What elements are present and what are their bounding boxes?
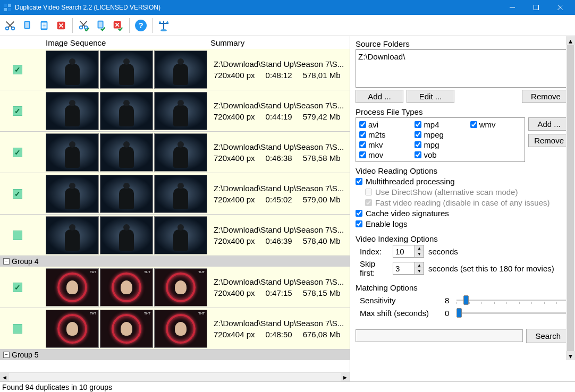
result-row[interactable]: THTTHTTHTZ:\Download\Stand Up\Season 7\S… bbox=[0, 308, 350, 350]
status-bar: Found 94 duplicates in 10 groups bbox=[0, 381, 575, 392]
scroll-up-button[interactable]: ▴ bbox=[566, 36, 575, 45]
duration: 0:48:50 bbox=[266, 329, 292, 340]
skip-down[interactable]: ▼ bbox=[415, 268, 424, 274]
file-size: 578,15 Mb bbox=[303, 287, 341, 299]
thumbnail bbox=[154, 133, 207, 172]
thumbnail: THT bbox=[100, 268, 153, 306]
index-up[interactable]: ▲ bbox=[415, 245, 424, 251]
vertical-scrollbar[interactable]: ▴ ▾ bbox=[566, 36, 575, 360]
svg-point-35 bbox=[160, 29, 167, 31]
svg-rect-27 bbox=[98, 21, 102, 27]
thumbnail bbox=[46, 92, 99, 130]
duration: 0:46:38 bbox=[266, 152, 292, 164]
filetype-mpeg[interactable]: mpeg bbox=[415, 130, 466, 139]
maximize-button[interactable] bbox=[524, 0, 548, 15]
filetype-mpg[interactable]: mpg bbox=[415, 140, 466, 149]
minimize-button[interactable] bbox=[500, 0, 524, 15]
skip-up[interactable]: ▲ bbox=[415, 262, 424, 268]
search-button[interactable]: Search bbox=[526, 329, 570, 343]
image-sequence-header: Image Sequence bbox=[46, 38, 210, 47]
enable-logs-checkbox[interactable]: Enable logs bbox=[356, 219, 570, 228]
skip-input[interactable] bbox=[393, 262, 415, 274]
remove-folder-button[interactable]: Remove bbox=[522, 90, 570, 103]
search-progress bbox=[356, 329, 523, 342]
row-checkbox[interactable] bbox=[13, 65, 22, 74]
thumbnail bbox=[100, 133, 153, 172]
file-path: Z:\Download\Stand Up\Season 7\S... bbox=[214, 58, 346, 70]
edit-folder-button[interactable]: Edit ... bbox=[407, 90, 454, 103]
thumbnail bbox=[46, 175, 99, 213]
file-size: 579,42 Mb bbox=[303, 111, 341, 122]
summary-header: Summary bbox=[210, 38, 350, 47]
result-row[interactable]: Z:\Download\Stand Up\Season 7\S...720x40… bbox=[0, 49, 350, 90]
cache-signatures-checkbox[interactable]: Cache video signatures bbox=[356, 209, 570, 218]
remove-file-type-button[interactable]: Remove bbox=[528, 134, 570, 147]
filetype-m2ts[interactable]: m2ts bbox=[359, 130, 410, 139]
directshow-checkbox: Use DirectShow (alternative scan mode) bbox=[365, 188, 570, 197]
add-file-type-button[interactable]: Add ... bbox=[528, 117, 570, 131]
skip-label: Skip first: bbox=[356, 259, 388, 277]
row-checkbox[interactable] bbox=[13, 189, 22, 199]
scroll-left-button[interactable]: ◂ bbox=[0, 373, 9, 382]
result-row[interactable]: Z:\Download\Stand Up\Season 7\S...720x40… bbox=[0, 90, 350, 132]
row-checkbox[interactable] bbox=[13, 106, 22, 116]
filetype-avi[interactable]: avi bbox=[359, 120, 410, 129]
skip-spinner[interactable]: ▲▼ bbox=[393, 262, 424, 275]
row-checkbox[interactable] bbox=[13, 231, 22, 240]
add-folder-button[interactable]: Add ... bbox=[356, 90, 403, 103]
svg-rect-13 bbox=[25, 22, 29, 28]
result-row[interactable]: THTTHTTHTZ:\Download\Stand Up\Season 7\S… bbox=[0, 267, 350, 308]
index-spinner[interactable]: ▲▼ bbox=[393, 245, 424, 258]
result-row[interactable]: Z:\Download\Stand Up\Season 7\S...720x40… bbox=[0, 173, 350, 215]
horizontal-scrollbar[interactable]: ◂ ▸ bbox=[0, 372, 350, 381]
max-shift-slider[interactable] bbox=[456, 308, 570, 318]
index-input[interactable] bbox=[393, 245, 415, 257]
app-icon bbox=[3, 3, 12, 12]
resolution: 720x400 px bbox=[214, 152, 255, 164]
scroll-right-button[interactable]: ▸ bbox=[341, 373, 350, 382]
thumbnail bbox=[154, 92, 207, 130]
file-path: Z:\Download\Stand Up\Season 7\S... bbox=[214, 224, 346, 235]
index-down[interactable]: ▼ bbox=[415, 251, 424, 257]
delete-checked-button[interactable] bbox=[110, 18, 126, 33]
scroll-down-button[interactable]: ▾ bbox=[566, 351, 575, 360]
filetype-wmv[interactable]: wmv bbox=[470, 120, 521, 129]
copy-button[interactable] bbox=[19, 18, 35, 33]
result-row[interactable]: Z:\Download\Stand Up\Season 7\S...720x40… bbox=[0, 132, 350, 173]
multithreaded-checkbox[interactable]: Multithreaded processing bbox=[356, 177, 570, 186]
thumbnail bbox=[46, 216, 99, 254]
titlebar: Duplicate Video Search 2.2 (LICENSED VER… bbox=[0, 0, 575, 15]
delete-button[interactable] bbox=[53, 18, 69, 33]
copy-checked-button[interactable] bbox=[93, 18, 109, 33]
cut-checked-button[interactable] bbox=[76, 18, 92, 33]
filetype-mkv[interactable]: mkv bbox=[359, 140, 410, 149]
row-checkbox[interactable] bbox=[13, 283, 22, 292]
svg-rect-3 bbox=[8, 8, 11, 11]
results-panel: Image Sequence Summary Z:\Download\Stand… bbox=[0, 36, 350, 381]
group-header[interactable]: −Group 4 bbox=[0, 256, 350, 267]
group-label: Group 5 bbox=[12, 351, 39, 359]
filetype-mp4[interactable]: mp4 bbox=[415, 120, 466, 129]
filetype-vob[interactable]: vob bbox=[415, 150, 466, 159]
paste-button[interactable] bbox=[36, 18, 52, 33]
source-folders-input[interactable] bbox=[356, 49, 570, 88]
collapse-icon[interactable]: − bbox=[3, 258, 10, 265]
compare-button[interactable] bbox=[156, 18, 172, 33]
result-row[interactable]: Z:\Download\Stand Up\Season 7\S...720x40… bbox=[0, 215, 350, 256]
fast-video-reading-checkbox: Fast video reading (disable in case of a… bbox=[365, 198, 570, 207]
collapse-icon[interactable]: − bbox=[3, 352, 10, 358]
resolution: 720x400 px bbox=[214, 111, 255, 122]
index-label: Index: bbox=[356, 247, 388, 256]
group-label: Group 4 bbox=[12, 257, 39, 266]
help-button[interactable]: ? bbox=[133, 18, 149, 33]
row-checkbox[interactable] bbox=[13, 324, 22, 334]
cut-button[interactable] bbox=[2, 18, 18, 33]
group-header[interactable]: −Group 5 bbox=[0, 350, 350, 360]
filetype-mov[interactable]: mov bbox=[359, 150, 410, 159]
separator bbox=[129, 18, 130, 33]
svg-rect-1 bbox=[8, 4, 11, 7]
file-size: 578,40 Mb bbox=[303, 235, 341, 246]
sensitivity-slider[interactable] bbox=[456, 295, 570, 305]
close-button[interactable] bbox=[548, 0, 572, 15]
row-checkbox[interactable] bbox=[13, 148, 22, 157]
